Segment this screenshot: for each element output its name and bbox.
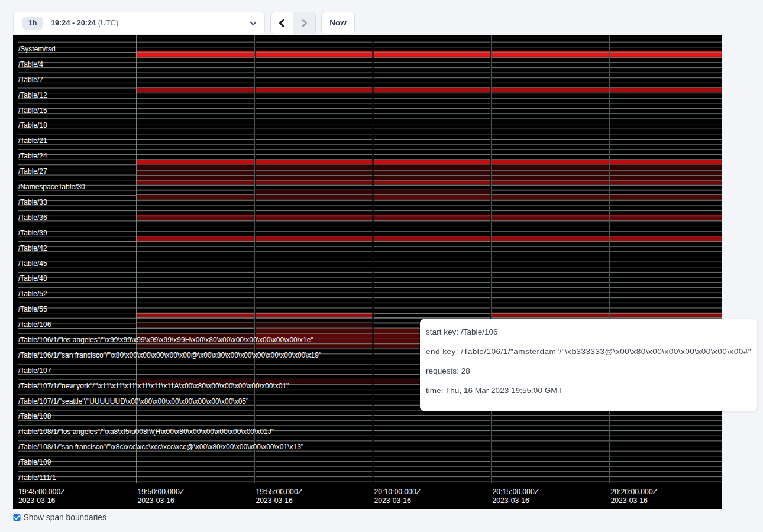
- svg-text:/Table/111/1: /Table/111/1: [18, 473, 56, 482]
- svg-text:/Table/4: /Table/4: [18, 60, 43, 69]
- svg-text:19:50:00.000Z: 19:50:00.000Z: [138, 488, 185, 496]
- svg-text:/Table/7: /Table/7: [18, 76, 43, 84]
- svg-text:20:10:00.000Z: 20:10:00.000Z: [374, 488, 421, 496]
- svg-text:/NamespaceTable/30: /NamespaceTable/30: [18, 183, 85, 191]
- svg-text:/Table/106/1/"los angeles"/"\x: /Table/106/1/"los angeles"/"\x99\x99\x99…: [18, 336, 313, 344]
- svg-text:/Table/21: /Table/21: [18, 137, 47, 145]
- svg-text:2023-03-16: 2023-03-16: [256, 497, 293, 505]
- svg-text:/Table/52: /Table/52: [18, 290, 47, 298]
- svg-text:/Table/106: /Table/106: [18, 320, 51, 329]
- svg-text:19:45:00.000Z: 19:45:00.000Z: [18, 488, 65, 496]
- svg-text:/Table/18: /Table/18: [18, 121, 47, 129]
- svg-text:/Table/39: /Table/39: [18, 229, 47, 237]
- svg-text:20:15:00.000Z: 20:15:00.000Z: [493, 488, 539, 496]
- svg-text:2023-03-16: 2023-03-16: [493, 497, 530, 505]
- svg-text:2023-03-16: 2023-03-16: [138, 497, 175, 505]
- svg-text:/Table/36: /Table/36: [18, 213, 47, 222]
- svg-text:19:55:00.000Z: 19:55:00.000Z: [256, 488, 303, 496]
- svg-text:/Table/33: /Table/33: [18, 198, 47, 206]
- svg-text:/Table/42: /Table/42: [18, 244, 47, 252]
- svg-text:/Table/45: /Table/45: [18, 259, 47, 267]
- svg-text:/Table/55: /Table/55: [18, 305, 47, 313]
- svg-text:/Table/107: /Table/107: [18, 366, 51, 375]
- svg-text:/Table/109: /Table/109: [18, 458, 51, 466]
- svg-text:/Table/108: /Table/108: [18, 412, 51, 420]
- svg-text:/Table/12: /Table/12: [18, 91, 47, 99]
- svg-text:/Table/27: /Table/27: [18, 167, 47, 176]
- svg-text:2023-03-16: 2023-03-16: [611, 497, 648, 505]
- svg-text:/System/tsd: /System/tsd: [18, 45, 56, 53]
- svg-text:/Table/107/1/"seattle"/"UUUUUU: /Table/107/1/"seattle"/"UUUUUUD\x00\x80\…: [18, 397, 248, 405]
- svg-text:/Table/48: /Table/48: [18, 274, 47, 283]
- svg-text:/Table/107/1/"new york"/"\x11\: /Table/107/1/"new york"/"\x11\x11\x11\x1…: [18, 381, 289, 390]
- svg-text:/Table/24: /Table/24: [18, 152, 47, 160]
- svg-text:/Table/108/1/"los angeles"/"\x: /Table/108/1/"los angeles"/"\xa8\xf5\u00…: [18, 427, 274, 436]
- svg-text:/Table/108/1/"san francisco"/": /Table/108/1/"san francisco"/"\x8c\xcc\x…: [18, 443, 303, 451]
- svg-text:2023-03-16: 2023-03-16: [374, 497, 412, 505]
- svg-text:/Table/15: /Table/15: [18, 106, 47, 114]
- svg-text:20:20:00.000Z: 20:20:00.000Z: [611, 488, 658, 496]
- svg-text:2023-03-16: 2023-03-16: [18, 497, 56, 505]
- svg-text:/Table/106/1/"san francisco"/": /Table/106/1/"san francisco"/"\x80\x00\x…: [18, 351, 321, 359]
